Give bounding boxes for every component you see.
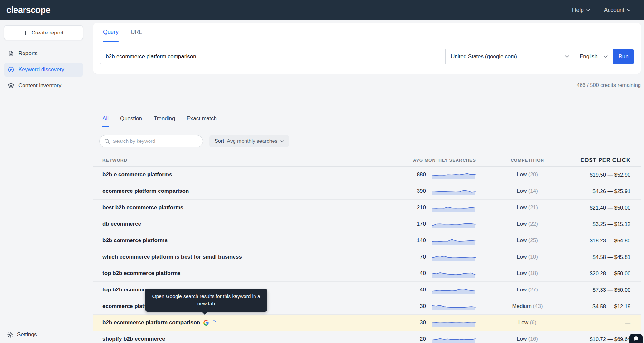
cost-per-click-value: $21.40 — $50.00 [579,205,630,211]
competition-count: (6) [530,319,536,326]
competition-value: Low [517,172,527,178]
competition-value: Low [517,204,527,211]
tab-all[interactable]: All [102,115,109,127]
layers-icon [8,83,14,89]
keyword-text[interactable]: b2b e commerce platforms [102,172,172,178]
sort-dropdown[interactable]: Sort Avg monthly searches [209,135,289,147]
table-row[interactable]: ecommerce platform comparison 390 Low (1… [93,183,641,200]
cost-per-click-value: $4.58 — $45.81 [579,254,630,260]
keyword-text[interactable]: shopify b2b ecommerce [102,336,165,342]
chevron-down-icon [565,55,569,58]
tooltip-text: Open Google search results for this keyw… [152,293,260,306]
query-card-tabs: Query URL [93,23,641,42]
keyword-search-input[interactable] [113,138,198,144]
trend-sparkline [432,301,476,311]
google-search-icon[interactable] [203,320,209,326]
competition-value: Low [517,287,527,293]
keyword-search-box [99,135,203,147]
column-header-avg-monthly-searches[interactable]: Avg monthly searches [397,158,476,162]
keyword-table: Keyword Avg monthly searches Competition… [93,157,641,343]
sidebar-item-keyword-discovery[interactable]: Keyword discovery [4,63,83,77]
tab-question[interactable]: Question [120,115,142,127]
language-select-value: English [580,54,598,60]
avg-monthly-searches-value: 40 [420,270,426,277]
sidebar-item-label: Reports [18,50,38,57]
sidebar-item-label: Content inventory [18,83,61,89]
tab-exact-match[interactable]: Exact match [187,115,217,127]
trend-sparkline [432,203,476,212]
competition-count: (18) [528,270,538,276]
table-row[interactable]: b2b commerce platforms 140 Low (25) $18.… [93,232,641,249]
open-report-doc-icon[interactable] [212,320,217,326]
avg-monthly-searches-value: 880 [417,172,426,178]
competition-count: (16) [528,336,538,342]
country-select[interactable]: United States (google.com) [445,49,574,64]
avg-monthly-searches-value: 30 [420,319,426,326]
competition-count: (27) [528,287,538,293]
competition-value: Medium [512,303,531,309]
table-row[interactable]: which ecommerce platform is best for sma… [93,249,641,265]
account-menu[interactable]: Account [604,7,630,14]
country-select-value: United States (google.com) [451,54,517,60]
query-input[interactable] [100,49,445,64]
cost-per-click-value: $3.25 — $15.12 [579,221,630,227]
query-input-group: United States (google.com) English Run [100,49,634,64]
tab-query[interactable]: Query [103,23,119,42]
column-header-keyword[interactable]: Keyword [102,158,397,162]
cost-per-click-value: — [579,320,630,326]
competition-count: (20) [528,172,538,178]
language-select[interactable]: English [574,49,613,64]
help-menu[interactable]: Help [572,7,590,14]
sidebar-item-reports[interactable]: Reports [4,46,83,61]
trend-sparkline [432,334,476,343]
cost-per-click-value: $10.72 — $69.64 [579,336,630,342]
sidebar: Create report Reports Keyword discovery … [0,20,87,343]
run-button[interactable]: Run [613,49,634,64]
report-doc-icon [8,50,14,57]
table-row[interactable]: shopify b2b ecommerce 20 Low (16) $10.72… [93,331,641,343]
create-report-button[interactable]: Create report [4,25,83,40]
competition-value: Low [517,270,527,276]
chevron-down-icon [586,9,590,11]
chat-bubble-icon [633,336,639,341]
keyword-text[interactable]: top b2b ecommerce platforms [102,270,181,277]
tab-trending[interactable]: Trending [154,115,175,127]
keyword-text[interactable]: best b2b ecommerce platforms [102,204,183,211]
keyword-text[interactable]: which ecommerce platform is best for sma… [102,254,242,260]
tab-url[interactable]: URL [131,23,142,42]
chevron-down-icon [604,55,608,58]
avg-monthly-searches-value: 40 [420,287,426,293]
sidebar-item-content-inventory[interactable]: Content inventory [4,79,83,93]
topbar: clearscope Help Account [0,0,644,20]
column-header-competition[interactable]: Competition [476,158,579,162]
competition-value: Low [517,336,527,342]
clearscope-logo[interactable]: clearscope [6,5,50,15]
avg-monthly-searches-value: 140 [417,237,426,244]
compass-icon [8,66,14,73]
trend-sparkline [432,236,476,245]
chat-widget-button[interactable] [629,334,643,343]
keyword-text[interactable]: b2b commerce platforms [102,237,168,244]
keyword-text[interactable]: b2b ecommerce platform comparison [102,319,200,326]
competition-value: Low [518,319,528,326]
avg-monthly-searches-value: 390 [417,188,426,194]
trend-sparkline [432,318,476,328]
table-row[interactable]: b2b ecommerce platform comparison 30 Low… [93,315,641,331]
table-row[interactable]: top b2b ecommerce platforms 40 Low (18) … [93,265,641,282]
sidebar-item-settings[interactable]: Settings [7,331,37,338]
column-header-cost-per-click[interactable]: Cost per click [579,157,630,163]
keyword-text[interactable]: db ecommerce [102,221,141,227]
table-row[interactable]: db ecommerce 170 Low (22) $3.25 — $15.12 [93,216,641,232]
competition-value: Low [517,254,527,260]
competition-value: Low [517,237,527,243]
cost-per-click-value: $4.58 — $12.19 [579,303,630,309]
competition-count: (25) [528,237,538,243]
plus-icon [23,30,28,35]
avg-monthly-searches-value: 30 [420,303,426,309]
competition-count: (21) [528,204,538,211]
cost-per-click-value: $18.23 — $54.80 [579,238,630,244]
sort-value: Avg monthly searches [227,138,277,144]
table-row[interactable]: best b2b ecommerce platforms 210 Low (21… [93,200,641,216]
keyword-text[interactable]: ecommerce platform comparison [102,188,189,194]
table-row[interactable]: b2b e commerce platforms 880 Low (20) $1… [93,167,641,183]
